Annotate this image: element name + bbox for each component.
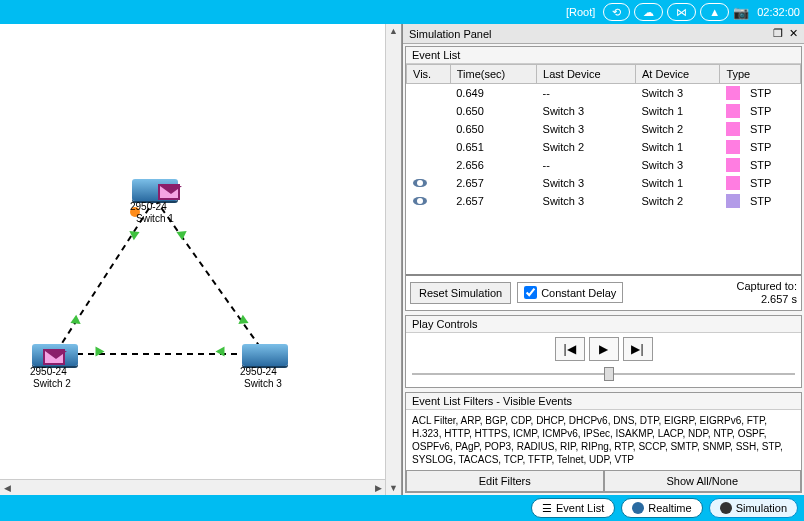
main-area: 2950-24 Switch 1 2950-24 Switch 2 2950-2… bbox=[0, 24, 804, 495]
edit-filters-button[interactable]: Edit Filters bbox=[406, 470, 604, 492]
device-name-label: Switch 3 bbox=[244, 378, 282, 389]
scroll-left-icon[interactable]: ◀ bbox=[0, 481, 14, 495]
table-row[interactable]: 0.649--Switch 3STP bbox=[407, 84, 801, 103]
filters-list: ACL Filter, ARP, BGP, CDP, DHCP, DHCPv6,… bbox=[406, 410, 801, 470]
type-color-swatch bbox=[726, 194, 740, 208]
type-color-swatch bbox=[726, 176, 740, 190]
event-list-table: Vis. Time(sec) Last Device At Device Typ… bbox=[406, 64, 801, 210]
canvas-vscrollbar[interactable]: ▲ ▼ bbox=[385, 24, 401, 495]
type-color-swatch bbox=[726, 122, 740, 136]
event-list-toggle-label: Event List bbox=[556, 502, 604, 514]
clock-icon bbox=[632, 502, 644, 514]
device-model-label: 2950-24 bbox=[30, 366, 67, 377]
col-time[interactable]: Time(sec) bbox=[450, 65, 536, 84]
show-all-none-button[interactable]: Show All/None bbox=[604, 470, 802, 492]
event-list-toggle[interactable]: ☰ Event List bbox=[531, 498, 615, 518]
link-lines bbox=[0, 24, 401, 495]
link-icon: ⋈ bbox=[676, 6, 687, 19]
type-color-swatch bbox=[726, 140, 740, 154]
device-model-label: 2950-24 bbox=[240, 366, 277, 377]
device-name-label: Switch 1 bbox=[136, 213, 174, 224]
constant-delay-checkbox[interactable]: Constant Delay bbox=[517, 282, 623, 303]
back-icon: ⟲ bbox=[612, 6, 621, 19]
step-forward-button[interactable]: ▶| bbox=[623, 337, 653, 361]
link-status-icon bbox=[126, 227, 139, 240]
image-icon: ▲ bbox=[709, 6, 720, 18]
col-vis[interactable]: Vis. bbox=[407, 65, 451, 84]
toolbar-cloud-button[interactable]: ☁ bbox=[634, 3, 663, 21]
captured-to-display: Captured to: 2.657 s bbox=[736, 280, 797, 306]
stopwatch-icon bbox=[720, 502, 732, 514]
scroll-up-icon[interactable]: ▲ bbox=[387, 24, 401, 38]
pdu-envelope[interactable] bbox=[43, 349, 65, 365]
constant-delay-input[interactable] bbox=[524, 286, 537, 299]
simulation-mode-button[interactable]: Simulation bbox=[709, 498, 798, 518]
play-controls-header: Play Controls bbox=[406, 316, 801, 333]
toolbar-image-button[interactable]: ▲ bbox=[700, 3, 729, 21]
col-last-device[interactable]: Last Device bbox=[537, 65, 636, 84]
eye-icon bbox=[413, 179, 427, 187]
pdu-envelope[interactable] bbox=[158, 184, 180, 200]
col-at-device[interactable]: At Device bbox=[636, 65, 720, 84]
device-name-label: Switch 2 bbox=[33, 378, 71, 389]
scroll-right-icon[interactable]: ▶ bbox=[371, 481, 385, 495]
link-status-icon bbox=[96, 347, 105, 357]
link-status-icon bbox=[70, 315, 83, 328]
device-model-label: 2950-24 bbox=[130, 201, 167, 212]
list-icon: ☰ bbox=[542, 502, 552, 515]
table-row[interactable]: 0.650Switch 3Switch 2STP bbox=[407, 120, 801, 138]
step-back-button[interactable]: |◀ bbox=[555, 337, 585, 361]
event-list-header: Event List bbox=[406, 47, 801, 64]
link-status-icon bbox=[176, 227, 189, 240]
topology-canvas[interactable]: 2950-24 Switch 1 2950-24 Switch 2 2950-2… bbox=[0, 24, 402, 495]
detach-icon[interactable]: ❐ bbox=[773, 27, 783, 40]
close-icon[interactable]: ✕ bbox=[789, 27, 798, 40]
simulation-panel: Simulation Panel ❐ ✕ Event List Vis. Tim… bbox=[402, 24, 804, 495]
simulation-panel-title-bar: Simulation Panel ❐ ✕ bbox=[403, 24, 804, 44]
filters-header: Event List Filters - Visible Events bbox=[406, 393, 801, 410]
eye-icon bbox=[413, 197, 427, 205]
cloud-icon: ☁ bbox=[643, 6, 654, 19]
table-row[interactable]: 0.650Switch 3Switch 1STP bbox=[407, 102, 801, 120]
simulation-label: Simulation bbox=[736, 502, 787, 514]
realtime-mode-button[interactable]: Realtime bbox=[621, 498, 702, 518]
type-color-swatch bbox=[726, 158, 740, 172]
type-color-swatch bbox=[726, 86, 740, 100]
link-status-icon bbox=[235, 315, 248, 328]
speed-slider[interactable] bbox=[412, 365, 795, 383]
constant-delay-label: Constant Delay bbox=[541, 287, 616, 299]
realtime-label: Realtime bbox=[648, 502, 691, 514]
root-label: [Root] bbox=[566, 6, 595, 18]
table-row[interactable]: 2.656--Switch 3STP bbox=[407, 156, 801, 174]
canvas-hscrollbar[interactable]: ◀ ▶ bbox=[0, 479, 385, 495]
type-color-swatch bbox=[726, 104, 740, 118]
table-row[interactable]: 2.657Switch 3Switch 1STP bbox=[407, 174, 801, 192]
toolbar-link-button[interactable]: ⋈ bbox=[667, 3, 696, 21]
link-status-icon bbox=[216, 347, 225, 357]
table-row[interactable]: 2.657Switch 3Switch 2STP bbox=[407, 192, 801, 210]
device-switch-3[interactable] bbox=[242, 344, 288, 366]
top-toolbar: [Root] ⟲ ☁ ⋈ ▲ 📷 02:32:00 bbox=[0, 0, 804, 24]
simulation-panel-title: Simulation Panel bbox=[409, 28, 492, 40]
camera-icon[interactable]: 📷 bbox=[733, 5, 749, 20]
reset-simulation-button[interactable]: Reset Simulation bbox=[410, 282, 511, 304]
table-row[interactable]: 0.651Switch 2Switch 1STP bbox=[407, 138, 801, 156]
col-type[interactable]: Type bbox=[720, 65, 801, 84]
scroll-down-icon[interactable]: ▼ bbox=[387, 481, 401, 495]
bottom-toolbar: ☰ Event List Realtime Simulation bbox=[0, 495, 804, 521]
play-button[interactable]: ▶ bbox=[589, 337, 619, 361]
clock-display: 02:32:00 bbox=[757, 6, 800, 18]
toolbar-back-button[interactable]: ⟲ bbox=[603, 3, 630, 21]
